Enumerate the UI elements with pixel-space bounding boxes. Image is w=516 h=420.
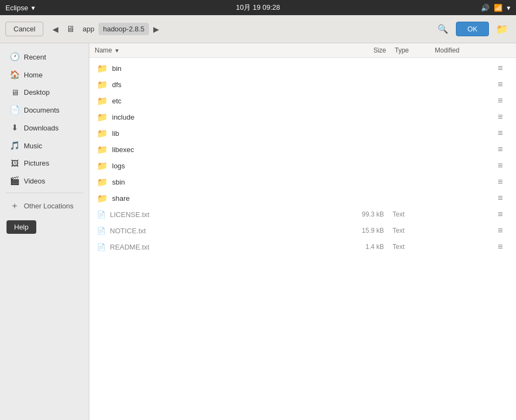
table-row[interactable]: 📁 include ≡	[92, 109, 514, 125]
sidebar-item-label-other: Other Locations	[24, 202, 74, 210]
dialog-toolbar: Cancel ◀ 🖥 app hadoop-2.8.5 ▶ 🔍 OK 📁	[0, 15, 516, 43]
file-menu-icon[interactable]: ≡	[492, 161, 508, 170]
folder-icon: 📁	[97, 128, 108, 139]
file-menu-icon[interactable]: ≡	[492, 226, 508, 235]
sidebar-item-label-downloads: Downloads	[24, 124, 58, 132]
table-row[interactable]: 📁 dfs ≡	[92, 76, 514, 93]
sidebar-item-label-pictures: Pictures	[24, 159, 49, 167]
help-button[interactable]: Help	[6, 220, 36, 234]
table-row[interactable]: 📁 sbin ≡	[92, 174, 514, 190]
file-type: Text	[384, 243, 427, 251]
search-icon: 🔍	[437, 24, 448, 34]
breadcrumb-back-button[interactable]: ◀	[48, 22, 63, 37]
cancel-button[interactable]: Cancel	[5, 22, 43, 36]
add-icon: ＋	[10, 200, 19, 212]
sidebar-item-label-music: Music	[24, 142, 42, 150]
text-file-icon: 📄	[97, 243, 106, 251]
system-bar-datetime: 10月 19 09:28	[236, 3, 280, 12]
sidebar-item-music[interactable]: 🎵 Music	[3, 137, 86, 154]
file-menu-icon[interactable]: ≡	[492, 63, 508, 73]
file-chooser-dialog: Cancel ◀ 🖥 app hadoop-2.8.5 ▶ 🔍 OK 📁 🕐 R…	[0, 15, 516, 420]
sidebar-item-label-documents: Documents	[24, 106, 60, 114]
column-name[interactable]: Name ▼	[95, 47, 343, 54]
file-area: Name ▼ Size Type Modified 📁 bin ≡	[89, 43, 516, 420]
table-row[interactable]: 📁 etc ≡	[92, 93, 514, 109]
table-row[interactable]: 📁 share ≡	[92, 190, 514, 206]
app-name: Eclipse	[5, 4, 28, 12]
file-menu-icon[interactable]: ≡	[492, 242, 508, 252]
documents-icon: 📄	[10, 105, 19, 115]
folder-icon: 📁	[97, 177, 108, 187]
table-row[interactable]: 📄 NOTICE.txt 15.9 kB Text ≡	[92, 222, 514, 239]
file-size: 99.3 kB	[341, 211, 384, 218]
file-type: Text	[384, 211, 427, 218]
sort-arrow: ▼	[114, 48, 120, 54]
folder-icon: 📁	[97, 161, 108, 171]
sidebar-item-label-recent: Recent	[24, 53, 46, 61]
text-file-icon: 📄	[97, 227, 106, 235]
file-size: 1.4 kB	[341, 243, 384, 251]
file-menu-icon[interactable]: ≡	[492, 209, 508, 219]
file-type: Text	[384, 227, 427, 234]
new-folder-button[interactable]: 📁	[493, 21, 511, 38]
breadcrumb-item-app[interactable]: app	[78, 23, 99, 35]
file-name: etc	[112, 97, 341, 105]
sidebar-item-label-desktop: Desktop	[24, 88, 50, 96]
file-list-header: Name ▼ Size Type Modified	[89, 43, 516, 58]
file-name: NOTICE.txt	[110, 227, 341, 235]
sidebar-item-label-videos: Videos	[24, 177, 45, 185]
table-row[interactable]: 📄 README.txt 1.4 kB Text ≡	[92, 239, 514, 255]
table-row[interactable]: 📁 logs ≡	[92, 158, 514, 174]
sidebar-item-pictures[interactable]: 🖼 Pictures	[3, 155, 86, 172]
file-name: include	[112, 113, 341, 121]
folder-icon: 📁	[97, 193, 108, 204]
volume-icon[interactable]: 🔊	[481, 4, 489, 12]
sidebar-item-label-home: Home	[24, 71, 43, 79]
system-menu-icon[interactable]: ▾	[507, 4, 511, 12]
folder-icon: 📁	[97, 96, 108, 106]
breadcrumb-item-hadoop[interactable]: hadoop-2.8.5	[99, 23, 149, 35]
videos-icon: 🎬	[10, 176, 19, 186]
file-menu-icon[interactable]: ≡	[492, 193, 508, 203]
table-row[interactable]: 📁 bin ≡	[92, 60, 514, 76]
sidebar-item-downloads[interactable]: ⬇ Downloads	[3, 119, 86, 136]
file-list: 📁 bin ≡ 📁 dfs ≡ 📁 etc	[89, 58, 516, 420]
text-file-icon: 📄	[97, 211, 106, 219]
network-icon[interactable]: 📶	[494, 4, 502, 12]
pictures-icon: 🖼	[10, 159, 19, 168]
sidebar-item-other-locations[interactable]: ＋ Other Locations	[3, 196, 86, 215]
downloads-icon: ⬇	[10, 123, 19, 133]
ok-button[interactable]: OK	[456, 22, 489, 36]
system-bar-right: 🔊 📶 ▾	[481, 4, 511, 12]
file-menu-icon[interactable]: ≡	[492, 145, 508, 154]
file-menu-icon[interactable]: ≡	[492, 112, 508, 122]
sidebar-item-videos[interactable]: 🎬 Videos	[3, 172, 86, 189]
table-row[interactable]: 📁 lib ≡	[92, 125, 514, 141]
sidebar-item-recent[interactable]: 🕐 Recent	[3, 48, 86, 65]
sidebar-item-documents[interactable]: 📄 Documents	[3, 101, 86, 119]
file-name: share	[112, 194, 341, 202]
column-type[interactable]: Type	[386, 47, 429, 54]
search-button[interactable]: 🔍	[434, 21, 452, 38]
column-modified[interactable]: Modified	[429, 47, 494, 54]
folder-icon: 📁	[97, 145, 108, 155]
file-menu-icon[interactable]: ≡	[492, 80, 508, 89]
breadcrumb-home-button[interactable]: 🖥	[63, 22, 78, 37]
file-name: sbin	[112, 178, 341, 186]
table-row[interactable]: 📄 LICENSE.txt 99.3 kB Text ≡	[92, 206, 514, 222]
app-menu-arrow[interactable]: ▾	[31, 4, 35, 12]
file-menu-icon[interactable]: ≡	[492, 128, 508, 138]
file-menu-icon[interactable]: ≡	[492, 96, 508, 106]
home-sidebar-icon: 🏠	[10, 70, 19, 80]
breadcrumb-forward-button[interactable]: ▶	[149, 22, 164, 37]
main-area: 🕐 Recent 🏠 Home 🖥 Desktop 📄 Documents ⬇ …	[0, 43, 516, 420]
file-menu-icon[interactable]: ≡	[492, 177, 508, 187]
sidebar-item-desktop[interactable]: 🖥 Desktop	[3, 84, 86, 101]
column-size[interactable]: Size	[343, 47, 386, 54]
sidebar-separator	[5, 193, 83, 193]
recent-icon: 🕐	[10, 52, 19, 62]
table-row[interactable]: 📁 libexec ≡	[92, 141, 514, 158]
sidebar-item-home[interactable]: 🏠 Home	[3, 66, 86, 83]
desktop-icon: 🖥	[10, 88, 19, 97]
file-name: logs	[112, 162, 341, 170]
